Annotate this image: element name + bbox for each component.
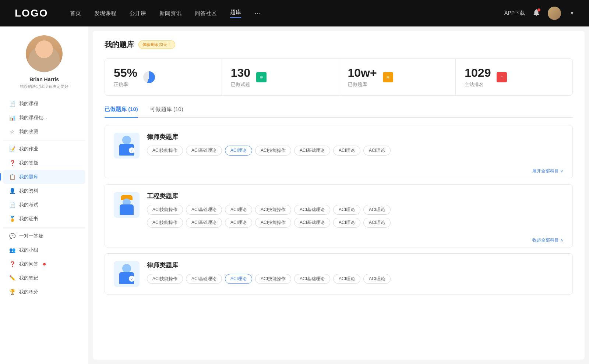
bank-tag-3-6[interactable]: ACI理论	[363, 274, 391, 284]
tab-available-banks[interactable]: 可做题库 (10)	[150, 106, 183, 117]
stat-banks-value: 10w+	[348, 66, 377, 80]
sidebar-item-profile[interactable]: 👤 我的资料	[3, 184, 85, 198]
bank-tag-2-0[interactable]: ACI技能操作	[147, 205, 183, 215]
bank-tabs: 已做题库 (10) 可做题库 (10)	[105, 106, 573, 118]
sidebar-item-favorites[interactable]: ☆ 我的收藏	[3, 125, 85, 139]
sidebar-item-course-package[interactable]: 📊 我的课程包...	[3, 111, 85, 125]
sidebar-label-homework: 我的作业	[19, 146, 38, 152]
stat-accuracy-label: 正确率	[114, 81, 137, 88]
header-right: APP下载 ▼	[504, 7, 574, 20]
main-content: 我的题库 体验剩余23天！ 55% 正确率 130 已做试题 ≡	[93, 31, 585, 360]
bank-tag-1-6[interactable]: ACI理论	[363, 146, 391, 156]
bank-tag-1-3[interactable]: ACI技能操作	[255, 146, 291, 156]
bank-tag-2-r2-6[interactable]: ACI理论	[363, 218, 391, 228]
stat-accuracy-value: 55%	[114, 66, 137, 80]
bank-tag-3-5[interactable]: ACI理论	[333, 274, 360, 284]
homework-icon: 📝	[9, 146, 15, 152]
divider-1	[3, 140, 85, 140]
bank-tag-3-2[interactable]: ACI理论	[225, 274, 252, 284]
bank-tag-2-r2-2[interactable]: ACI理论	[225, 218, 252, 228]
nav-news[interactable]: 新闻资讯	[159, 10, 181, 17]
pie-chart-icon	[143, 71, 155, 83]
sidebar-item-homework[interactable]: 📝 我的作业	[3, 142, 85, 156]
bank-tag-2-r2-5[interactable]: ACI理论	[333, 218, 360, 228]
page-title: 我的题库	[105, 40, 134, 50]
group-icon: 👥	[9, 247, 15, 253]
bank-tag-2-3[interactable]: ACI技能操作	[255, 205, 291, 215]
app-download-button[interactable]: APP下载	[504, 10, 525, 17]
nav-more[interactable]: ···	[254, 10, 260, 17]
bank-tag-1-0[interactable]: ACI技能操作	[147, 146, 183, 156]
bank-tag-3-0[interactable]: ACI技能操作	[147, 274, 183, 284]
sidebar-item-qa[interactable]: ❓ 我的答疑	[3, 156, 85, 170]
avatar[interactable]	[548, 7, 561, 20]
tab-done-banks[interactable]: 已做题库 (10)	[105, 106, 138, 117]
nav-question-bank[interactable]: 题库	[230, 9, 241, 18]
chevron-down-icon[interactable]: ▼	[570, 11, 574, 16]
sidebar-item-question-bank[interactable]: 📋 我的题库	[3, 170, 85, 184]
stat-done-value: 130	[231, 66, 250, 80]
notes-icon: ✏️	[9, 275, 15, 281]
sidebar-label-question-bank: 我的题库	[19, 174, 38, 180]
sidebar-item-one-on-one[interactable]: 💬 一对一答疑	[3, 229, 85, 243]
bank-tag-1-1[interactable]: ACI基础理论	[186, 146, 222, 156]
bank-tag-1-2[interactable]: ACI理论	[225, 146, 252, 156]
bank-tag-2-r2-4[interactable]: ACI基础理论	[294, 218, 330, 228]
qa-notification-dot	[43, 263, 46, 265]
avatar-image	[26, 35, 63, 72]
sidebar-label-notes: 我的笔记	[19, 275, 38, 281]
sidebar-label-profile: 我的资料	[19, 188, 38, 194]
bank-tag-2-r2-3[interactable]: ACI技能操作	[255, 218, 291, 228]
sidebar-item-points[interactable]: 🏆 我的积分	[3, 285, 85, 299]
bank-tag-2-4[interactable]: ACI基础理论	[294, 205, 330, 215]
sidebar-item-exam[interactable]: 📄 我的考试	[3, 198, 85, 212]
trial-badge: 体验剩余23天！	[138, 40, 175, 49]
stat-ranking-info: 1029 全站排名	[465, 66, 491, 88]
orange-doc-icon: ≡	[383, 72, 393, 82]
bank-tag-2-2[interactable]: ACI理论	[225, 205, 252, 215]
bank-tag-3-4[interactable]: ACI基础理论	[294, 274, 330, 284]
header: LOGO 首页 发现课程 公开课 新闻资讯 问答社区 题库 ··· APP下载 …	[0, 0, 589, 26]
bank-footer-1[interactable]: 展开全部科目 ∨	[105, 166, 572, 178]
bank-tag-1-5[interactable]: ACI理论	[333, 146, 360, 156]
sidebar-label-favorites: 我的收藏	[19, 128, 38, 135]
bank-tags-1: ACI技能操作 ACI基础理论 ACI理论 ACI技能操作 ACI基础理论 AC…	[147, 146, 564, 156]
nav-discover[interactable]: 发现课程	[94, 10, 116, 17]
question-bank-icon: 📋	[9, 174, 15, 180]
sidebar-item-group[interactable]: 👥 我的小组	[3, 243, 85, 257]
nav-home[interactable]: 首页	[70, 10, 81, 17]
bank-tag-2-r2-1[interactable]: ACI基础理论	[186, 218, 222, 228]
sidebar-avatar	[26, 35, 63, 72]
main-nav: 首页 发现课程 公开课 新闻资讯 问答社区 题库 ···	[70, 9, 504, 18]
sidebar-label-points: 我的积分	[19, 289, 38, 295]
bank-tag-3-3[interactable]: ACI技能操作	[255, 274, 291, 284]
bank-icon-engineer	[114, 192, 140, 218]
sidebar-item-certificate[interactable]: 🏅 我的证书	[3, 212, 85, 226]
certificate-icon: 🏅	[9, 216, 15, 222]
bank-inner-1: ✓ 律师类题库 ACI技能操作 ACI基础理论 ACI理论 ACI技能操作 AC…	[105, 125, 572, 166]
sidebar-menu: 📄 我的课程 📊 我的课程包... ☆ 我的收藏 📝 我的作业 ❓ 我的答疑 �	[0, 97, 88, 299]
bank-tag-2-r2-0[interactable]: ACI技能操作	[147, 218, 183, 228]
sidebar-item-my-course[interactable]: 📄 我的课程	[3, 97, 85, 111]
nav-qa[interactable]: 问答社区	[195, 10, 217, 17]
bank-info-1: 律师类题库 ACI技能操作 ACI基础理论 ACI理论 ACI技能操作 ACI基…	[147, 133, 564, 156]
sidebar-label-my-course: 我的课程	[19, 100, 38, 107]
notification-bell[interactable]	[532, 8, 540, 18]
bank-tag-1-4[interactable]: ACI基础理论	[294, 146, 330, 156]
bank-name-3: 律师类题库	[147, 261, 564, 270]
bank-tag-3-1[interactable]: ACI基础理论	[186, 274, 222, 284]
bank-tag-2-6[interactable]: ACI理论	[363, 205, 391, 215]
bank-tags-2-row1: ACI技能操作 ACI基础理论 ACI理论 ACI技能操作 ACI基础理论 AC…	[147, 205, 564, 215]
qa-icon: ❓	[9, 160, 15, 166]
course-icon: 📄	[9, 101, 15, 107]
bank-tag-2-1[interactable]: ACI基础理论	[186, 205, 222, 215]
sidebar-motto: 错误的决定比没有决定要好	[14, 84, 74, 89]
nav-open-course[interactable]: 公开课	[130, 10, 146, 17]
bank-tag-2-5[interactable]: ACI理论	[333, 205, 360, 215]
divider-2	[3, 227, 85, 228]
sidebar-item-notes[interactable]: ✏️ 我的笔记	[3, 271, 85, 285]
bank-info-2: 工程类题库 ACI技能操作 ACI基础理论 ACI理论 ACI技能操作 ACI基…	[147, 192, 564, 228]
sidebar-item-my-qa[interactable]: ❓ 我的问答	[3, 257, 85, 271]
stat-ranking: 1029 全站排名 ↑	[456, 59, 572, 95]
bank-footer-2[interactable]: 收起全部科目 ∧	[105, 235, 572, 247]
